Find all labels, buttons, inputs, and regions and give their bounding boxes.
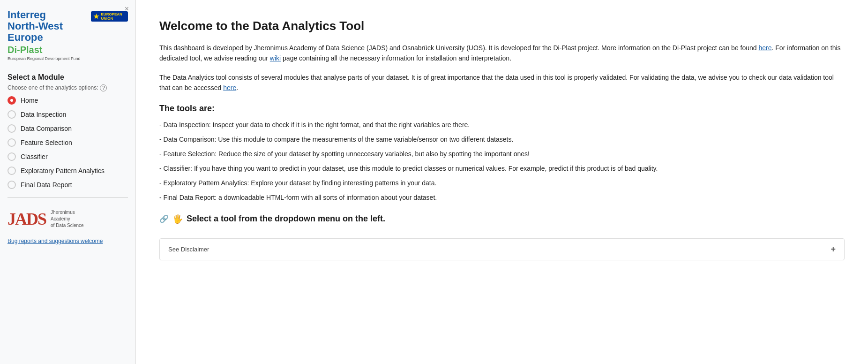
validation-text-2: . (236, 84, 238, 91)
tool-item-3: - Classifier: If you have thing you want… (159, 164, 845, 174)
jads-section: JADS Jheronimus Academy of Data Science (0, 205, 135, 233)
intro-paragraph: This dashboard is developed by Jheronimu… (159, 43, 845, 64)
here-link-2[interactable]: here (223, 84, 236, 91)
radio-exploratory[interactable] (7, 167, 16, 175)
eu-badge: ★ EUROPEAN UNION (91, 11, 128, 22)
logo-nwe-line2: North-West Europe (7, 21, 83, 43)
intro-text-1: This dashboard is developed by Jheronimu… (159, 44, 759, 52)
select-tool-text: Select a tool from the dropdown menu on … (187, 214, 385, 224)
jads-logo: JADS (7, 209, 46, 229)
sidebar-label-data-comparison: Data Comparison (21, 125, 72, 132)
sidebar-item-data-comparison[interactable]: Data Comparison (7, 123, 128, 134)
help-icon[interactable]: ? (100, 84, 107, 91)
here-link-1[interactable]: here (759, 44, 772, 52)
hand-icon: 🖐 (172, 214, 183, 224)
sidebar-label-exploratory: Exploratory Pattern Analytics (21, 167, 105, 174)
radio-data-inspection[interactable] (7, 110, 16, 119)
bug-report-link[interactable]: Bug reports and suggestions welcome (7, 238, 103, 244)
logo-interreg-line1: Interreg (7, 9, 83, 21)
module-title: Select a Module (0, 67, 135, 84)
radio-final-report[interactable] (7, 181, 16, 189)
sidebar-item-exploratory[interactable]: Exploratory Pattern Analytics (7, 166, 128, 176)
disclaimer-section: See Disclaimer + (159, 238, 845, 260)
sidebar-divider (7, 197, 128, 198)
sidebar-item-data-inspection[interactable]: Data Inspection (7, 109, 128, 120)
sidebar-label-final-report: Final Data Report (21, 181, 72, 189)
sidebar-item-home[interactable]: Home (7, 95, 128, 106)
logo-erdf: European Regional Development Fund (7, 56, 83, 61)
disclaimer-header[interactable]: See Disclaimer + (160, 239, 844, 260)
sidebar: × Interreg North-West Europe Di-Plast Eu… (0, 0, 136, 364)
link-icon: 🔗 (159, 214, 169, 223)
tool-item-4: - Exploratory Pattern Analytics: Explore… (159, 178, 845, 188)
tool-item-0: - Data Inspection: Inspect your data to … (159, 120, 845, 130)
bug-report-section: Bug reports and suggestions welcome (0, 233, 135, 252)
radio-feature-selection[interactable] (7, 138, 16, 147)
tool-item-2: - Feature Selection: Reduce the size of … (159, 149, 845, 159)
sidebar-item-classifier[interactable]: Classifier (7, 152, 128, 162)
wiki-link[interactable]: wiki (270, 54, 281, 62)
sidebar-subtitle: Choose one of the analytics options: ? (0, 84, 135, 95)
jads-description: Jheronimus Academy of Data Science (51, 209, 84, 229)
page-title: Welcome to the Data Analytics Tool (159, 19, 845, 33)
close-icon[interactable]: × (125, 5, 129, 13)
tool-item-5: - Final Data Report: a downloadable HTML… (159, 193, 845, 203)
tools-title: The tools are: (159, 104, 845, 114)
disclaimer-plus-icon: + (831, 244, 836, 254)
sidebar-label-data-inspection: Data Inspection (21, 111, 66, 118)
sidebar-label-classifier: Classifier (21, 153, 48, 160)
sidebar-item-feature-selection[interactable]: Feature Selection (7, 137, 128, 148)
validation-paragraph: The Data Analytics tool consists of seve… (159, 72, 845, 93)
radio-classifier[interactable] (7, 152, 16, 161)
disclaimer-label: See Disclaimer (168, 246, 209, 253)
sidebar-label-home: Home (21, 97, 38, 104)
sidebar-label-feature-selection: Feature Selection (21, 139, 72, 146)
select-tool-section: 🔗 🖐 Select a tool from the dropdown menu… (159, 214, 845, 224)
sidebar-logo: Interreg North-West Europe Di-Plast Euro… (0, 0, 135, 67)
logo-diplast: Di-Plast (7, 45, 83, 55)
sidebar-item-final-report[interactable]: Final Data Report (7, 180, 128, 190)
tools-list: - Data Inspection: Inspect your data to … (159, 120, 845, 203)
tool-item-1: - Data Comparison: Use this module to co… (159, 135, 845, 144)
validation-text-1: The Data Analytics tool consists of seve… (159, 74, 834, 91)
radio-data-comparison[interactable] (7, 124, 16, 133)
sidebar-navigation: Home Data Inspection Data Comparison Fea… (0, 95, 135, 190)
radio-home[interactable] (7, 96, 16, 105)
intro-text-3: page containing all the necessary inform… (281, 54, 511, 62)
main-content: Welcome to the Data Analytics Tool This … (136, 0, 868, 364)
